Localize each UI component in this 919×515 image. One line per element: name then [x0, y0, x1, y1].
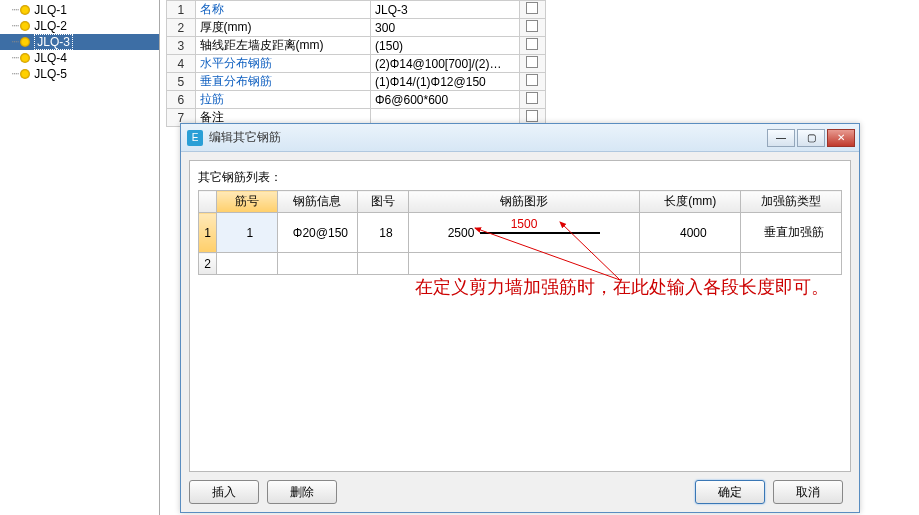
col-header-info[interactable]: 钢筋信息 — [277, 191, 358, 213]
tree-item-jlq3[interactable]: ┈ JLQ-3 — [0, 34, 159, 50]
dialog-body: 其它钢筋列表： 筋号 钢筋信息 图号 钢筋图形 长度(mm) 加强筋类型 1 1… — [189, 160, 851, 472]
tree-item-label: JLQ-2 — [34, 19, 67, 33]
annotation-text: 在定义剪力墙加强筋时，在此处输入各段长度即可。 — [415, 275, 919, 299]
dialog-title: 编辑其它钢筋 — [209, 129, 765, 146]
tree-connector: ┈ — [12, 51, 18, 65]
checkbox[interactable] — [526, 92, 538, 104]
prop-value[interactable]: Φ6@600*600 — [371, 91, 520, 109]
table-row[interactable]: 6 拉筋 Φ6@600*600 — [167, 91, 546, 109]
tree-item-jlq2[interactable]: ┈ JLQ-2 — [0, 18, 159, 34]
checkbox[interactable] — [526, 56, 538, 68]
prop-name: 拉筋 — [195, 91, 371, 109]
checkbox[interactable] — [526, 2, 538, 14]
row-number-header — [199, 191, 217, 213]
cell-info[interactable]: Φ20@150 — [277, 213, 358, 253]
row-number: 1 — [199, 213, 217, 253]
row-number: 2 — [167, 19, 196, 37]
prop-value[interactable]: (2)Φ14@100[700]/(2)… — [371, 55, 520, 73]
tree-item-label: JLQ-1 — [34, 3, 67, 17]
row-number: 6 — [167, 91, 196, 109]
table-row[interactable]: 2 厚度(mm) 300 — [167, 19, 546, 37]
prop-name: 垂直分布钢筋 — [195, 73, 371, 91]
sidebar-tree: ┈ JLQ-1 ┈ JLQ-2 ┈ JLQ-3 ┈ JLQ-4 ┈ JLQ-5 — [0, 0, 160, 515]
row-number: 3 — [167, 37, 196, 55]
prop-value[interactable]: (1)Φ14/(1)Φ12@150 — [371, 73, 520, 91]
tree-connector: ┈ — [12, 35, 18, 49]
cell-len[interactable] — [640, 253, 741, 275]
gear-icon — [20, 5, 30, 15]
row-number: 5 — [167, 73, 196, 91]
maximize-button[interactable]: ▢ — [797, 129, 825, 147]
cell-shape[interactable]: 2500 1500 — [408, 213, 640, 253]
prop-value[interactable]: (150) — [371, 37, 520, 55]
prop-value[interactable]: 300 — [371, 19, 520, 37]
table-row[interactable]: 3 轴线距左墙皮距离(mm) (150) — [167, 37, 546, 55]
tree-connector: ┈ — [12, 19, 18, 33]
col-header-shape[interactable]: 钢筋图形 — [408, 191, 640, 213]
edit-rebar-dialog: E 编辑其它钢筋 — ▢ ✕ 其它钢筋列表： 筋号 钢筋信息 图号 钢筋图形 长… — [180, 123, 860, 513]
cell-fig[interactable] — [358, 253, 408, 275]
tree-item-jlq1[interactable]: ┈ JLQ-1 — [0, 2, 159, 18]
prop-name: 水平分布钢筋 — [195, 55, 371, 73]
tree-connector: ┈ — [12, 67, 18, 81]
tree-item-jlq5[interactable]: ┈ JLQ-5 — [0, 66, 159, 82]
cell-shape[interactable] — [408, 253, 640, 275]
gear-icon — [20, 21, 30, 31]
row-number: 1 — [167, 1, 196, 19]
checkbox[interactable] — [526, 74, 538, 86]
row-number: 4 — [167, 55, 196, 73]
prop-name: 轴线距左墙皮距离(mm) — [195, 37, 371, 55]
col-header-type[interactable]: 加强筋类型 — [741, 191, 842, 213]
rebar-table: 筋号 钢筋信息 图号 钢筋图形 长度(mm) 加强筋类型 1 1 Φ20@150… — [198, 190, 842, 275]
tree-item-jlq4[interactable]: ┈ JLQ-4 — [0, 50, 159, 66]
cancel-button[interactable]: 取消 — [773, 480, 843, 504]
gear-icon — [20, 53, 30, 63]
table-row[interactable]: 2 — [199, 253, 842, 275]
insert-button[interactable]: 插入 — [189, 480, 259, 504]
table-row[interactable]: 1 名称 JLQ-3 — [167, 1, 546, 19]
table-row[interactable]: 5 垂直分布钢筋 (1)Φ14/(1)Φ12@150 — [167, 73, 546, 91]
prop-value[interactable]: JLQ-3 — [371, 1, 520, 19]
shape-seg-mid[interactable]: 1500 — [511, 217, 538, 231]
rebar-line-icon — [480, 232, 600, 234]
tree-item-label: JLQ-5 — [34, 67, 67, 81]
delete-button[interactable]: 删除 — [267, 480, 337, 504]
cell-type[interactable]: 垂直加强筋 — [741, 213, 842, 253]
close-button[interactable]: ✕ — [827, 129, 855, 147]
tree-item-label: JLQ-3 — [34, 34, 73, 50]
cell-type[interactable] — [741, 253, 842, 275]
row-number: 2 — [199, 253, 217, 275]
app-icon: E — [187, 130, 203, 146]
list-label: 其它钢筋列表： — [198, 169, 842, 186]
shape-seg-left[interactable]: 2500 — [448, 226, 475, 240]
cell-fig[interactable]: 18 — [358, 213, 408, 253]
ok-button[interactable]: 确定 — [695, 480, 765, 504]
col-header-num[interactable]: 筋号 — [217, 191, 277, 213]
gear-icon — [20, 69, 30, 79]
checkbox[interactable] — [526, 38, 538, 50]
table-row[interactable]: 4 水平分布钢筋 (2)Φ14@100[700]/(2)… — [167, 55, 546, 73]
checkbox[interactable] — [526, 20, 538, 32]
minimize-button[interactable]: — — [767, 129, 795, 147]
tree-connector: ┈ — [12, 3, 18, 17]
col-header-len[interactable]: 长度(mm) — [640, 191, 741, 213]
cell-num[interactable] — [217, 253, 277, 275]
tree-item-label: JLQ-4 — [34, 51, 67, 65]
checkbox[interactable] — [526, 110, 538, 122]
table-row[interactable]: 1 1 Φ20@150 18 2500 1500 4000 垂直加强筋 — [199, 213, 842, 253]
cell-len[interactable]: 4000 — [640, 213, 741, 253]
property-table: 1 名称 JLQ-3 2 厚度(mm) 300 3 轴线距左墙皮距离(mm) (… — [166, 0, 546, 127]
prop-name: 名称 — [195, 1, 371, 19]
prop-name: 厚度(mm) — [195, 19, 371, 37]
dialog-titlebar[interactable]: E 编辑其它钢筋 — ▢ ✕ — [181, 124, 859, 152]
dialog-footer: 插入 删除 确定 取消 — [189, 480, 851, 504]
cell-info[interactable] — [277, 253, 358, 275]
cell-num[interactable]: 1 — [217, 213, 277, 253]
gear-icon — [20, 37, 30, 47]
col-header-fig[interactable]: 图号 — [358, 191, 408, 213]
